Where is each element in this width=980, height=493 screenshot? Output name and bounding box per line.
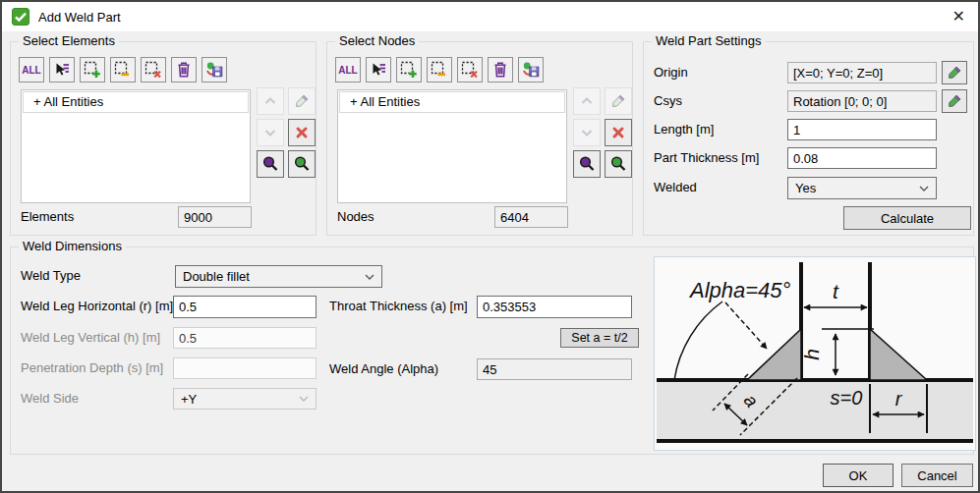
edit-csys-button[interactable] — [942, 89, 967, 113]
calculate-button[interactable]: Calculate — [843, 206, 971, 230]
weld-type-dropdown[interactable]: Double fillet — [175, 265, 382, 288]
select-nodes-toolbar: ALL — [335, 57, 544, 82]
move-down-button[interactable] — [573, 119, 601, 146]
cancel-button[interactable]: Cancel — [901, 464, 973, 487]
zoom-fit-button[interactable] — [288, 150, 316, 178]
box-subtract-icon — [431, 61, 448, 79]
move-up-button[interactable] — [573, 87, 601, 115]
chevron-up-icon — [579, 93, 595, 109]
magnifier-green-icon — [609, 155, 627, 173]
part-thickness-label: Part Thickness [m] — [654, 147, 759, 169]
weld-leg-horizontal-label: Weld Leg Horizontal (r) [m] — [21, 296, 173, 317]
add-weld-part-dialog: Add Weld Part ✕ Select Elements ALL + Al… — [0, 0, 980, 493]
clear-button[interactable] — [488, 57, 513, 82]
titlebar: Add Weld Part ✕ — [2, 2, 978, 31]
select-elements-group: Select Elements ALL + All Entities Eleme… — [10, 41, 317, 236]
weld-angle-label: Weld Angle (Alpha) — [329, 358, 438, 380]
zoom-fit-button[interactable] — [605, 150, 632, 178]
pencil-icon — [947, 93, 962, 109]
weld-side-value: +Y — [181, 392, 197, 407]
list-item[interactable]: + All Entities — [339, 91, 565, 113]
subtract-selection-button[interactable] — [427, 57, 452, 82]
weld-type-value: Double fillet — [183, 269, 250, 284]
pick-from-list-button[interactable] — [49, 57, 75, 82]
pencil-icon — [610, 93, 626, 109]
weld-leg-vertical-field[interactable] — [173, 327, 317, 349]
save-selection-button[interactable] — [202, 57, 227, 82]
chevron-down-icon — [365, 274, 375, 280]
clear-button[interactable] — [171, 57, 197, 82]
elements-count-label: Elements — [21, 206, 74, 228]
box-delete-icon — [461, 61, 479, 79]
zoom-selection-button[interactable] — [257, 150, 284, 178]
weld-dimensions-title: Weld Dimensions — [19, 239, 126, 253]
weld-part-settings-title: Weld Part Settings — [652, 33, 765, 48]
throat-thickness-field[interactable] — [477, 296, 632, 318]
save-selection-icon — [522, 61, 540, 79]
part-thickness-field[interactable] — [787, 147, 937, 169]
delete-item-button[interactable] — [605, 119, 632, 146]
magnifier-green-icon — [293, 155, 311, 173]
app-check-icon — [12, 8, 29, 26]
welded-dropdown[interactable]: Yes — [787, 177, 937, 199]
trash-icon — [491, 61, 509, 79]
csys-label: Csys — [654, 90, 682, 112]
length-field[interactable] — [787, 119, 937, 140]
elements-count-field[interactable] — [178, 206, 252, 228]
weld-dimensions-group: Weld Dimensions Weld Type Double fillet … — [10, 246, 974, 455]
weld-side-dropdown[interactable]: +Y — [173, 388, 317, 410]
set-a-button[interactable]: Set a = t/2 — [560, 328, 639, 348]
select-nodes-title: Select Nodes — [335, 33, 419, 48]
list-item[interactable]: + All Entities — [23, 91, 249, 113]
weld-part-settings-group: Weld Part Settings Origin Csys Length [m… — [643, 41, 974, 236]
dim-alpha-label: Alpha=45° — [688, 278, 791, 302]
dialog-title: Add Weld Part — [38, 10, 121, 25]
weld-leg-horizontal-field[interactable] — [173, 296, 317, 318]
add-selection-button[interactable] — [396, 57, 422, 82]
chevron-down-icon — [299, 396, 309, 402]
nodes-count-field[interactable] — [494, 206, 568, 228]
edit-item-button[interactable] — [605, 87, 632, 115]
magnifier-purple-icon — [261, 155, 279, 173]
save-selection-button[interactable] — [518, 57, 544, 82]
weld-diagram: t h Alpha=45° a s=0 r — [654, 256, 976, 451]
csys-field[interactable] — [787, 90, 937, 112]
remove-selection-button[interactable] — [457, 57, 483, 82]
close-icon[interactable]: ✕ — [952, 7, 965, 27]
all-label: ALL — [22, 65, 40, 76]
remove-selection-button[interactable] — [141, 57, 166, 82]
penetration-depth-label: Penetration Depth (s) [m] — [21, 357, 163, 379]
edit-origin-button[interactable] — [942, 61, 967, 84]
chevron-down-icon — [579, 125, 595, 140]
origin-field[interactable] — [787, 62, 937, 83]
chevron-down-icon — [919, 186, 929, 192]
chevron-up-icon — [262, 93, 278, 109]
welded-label: Welded — [654, 177, 697, 198]
select-elements-toolbar: ALL — [19, 57, 227, 82]
add-selection-button[interactable] — [80, 57, 105, 82]
move-down-button[interactable] — [257, 119, 284, 146]
pencil-icon — [947, 65, 962, 81]
elements-listbox[interactable]: + All Entities — [21, 89, 251, 203]
box-subtract-icon — [114, 61, 132, 79]
penetration-depth-field[interactable] — [173, 357, 317, 379]
ok-button[interactable]: OK — [823, 464, 894, 487]
length-label: Length [m] — [654, 119, 714, 140]
edit-item-button[interactable] — [288, 87, 316, 115]
nodes-listbox[interactable]: + All Entities — [337, 89, 567, 203]
move-up-button[interactable] — [257, 87, 284, 115]
delete-item-button[interactable] — [288, 119, 316, 146]
x-icon — [294, 125, 310, 140]
pencil-icon — [294, 93, 310, 109]
select-all-button[interactable]: ALL — [335, 57, 361, 82]
weld-type-label: Weld Type — [21, 265, 81, 287]
trash-icon — [175, 61, 193, 79]
zoom-selection-button[interactable] — [573, 150, 601, 178]
weld-angle-field[interactable] — [477, 358, 632, 380]
select-all-button[interactable]: ALL — [19, 57, 44, 82]
dim-h-label: h — [800, 349, 823, 360]
subtract-selection-button[interactable] — [110, 57, 136, 82]
dim-s-label: s=0 — [831, 387, 863, 409]
pick-from-list-button[interactable] — [366, 57, 391, 82]
save-selection-icon — [205, 61, 223, 79]
